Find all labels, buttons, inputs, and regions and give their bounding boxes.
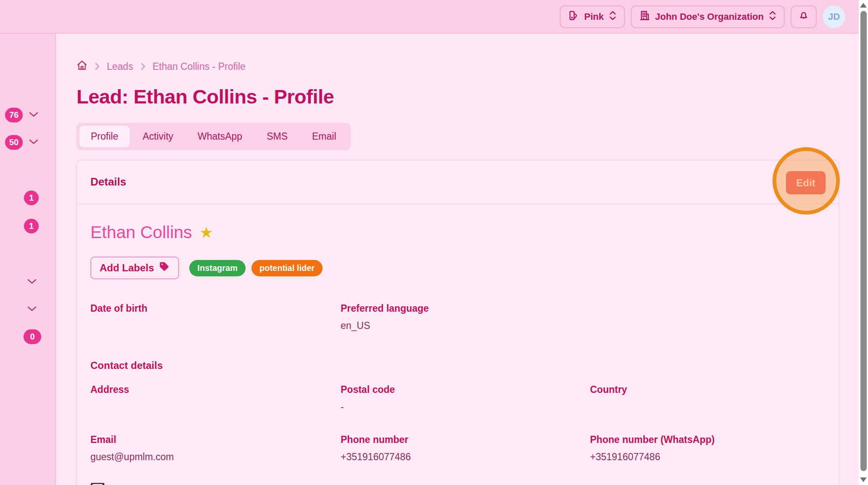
chevron-down-icon (29, 139, 39, 146)
label-badge-instagram[interactable]: Instagram (189, 260, 246, 276)
chevron-down-icon (27, 306, 37, 313)
edit-button[interactable]: Edit (786, 171, 826, 194)
theme-selector[interactable]: Pink (560, 5, 625, 28)
field-email: Email guest@upmlm.com (90, 434, 341, 463)
building-icon (639, 10, 650, 24)
sidebar-item-1[interactable]: 76 (5, 108, 39, 122)
sidebar-item-6[interactable] (27, 306, 37, 313)
count-badge: 50 (5, 135, 23, 150)
details-card: Details Edit Ethan Collins ★ Add Labels (77, 160, 839, 485)
scroll-down-arrow-icon[interactable] (860, 477, 867, 482)
field-phone-number: Phone number +351916077486 (341, 434, 590, 463)
tab-profile[interactable]: Profile (79, 126, 130, 147)
sidebar-item-4[interactable]: 1 (24, 219, 39, 233)
user-avatar[interactable]: JD (823, 5, 845, 28)
main-content: Leads Ethan Collins - Profile Lead: Etha… (56, 34, 859, 485)
avatar-initials: JD (828, 11, 840, 22)
count-badge: 1 (24, 191, 39, 205)
field-address: Address (90, 384, 341, 413)
count-badge: 76 (5, 108, 23, 122)
topbar: Pink John Doe's Organization (0, 0, 859, 34)
field-row-email-phones: Email guest@upmlm.com Phone number +3519… (90, 434, 825, 463)
send-email-icon-row (90, 482, 825, 485)
sidebar-item-5[interactable] (27, 278, 37, 286)
lead-name: Ethan Collins ★ (90, 223, 825, 242)
palette-icon (568, 10, 579, 24)
bell-icon (798, 10, 810, 24)
card-title: Details (90, 175, 126, 188)
tab-whatsapp[interactable]: WhatsApp (186, 126, 254, 147)
chevron-down-icon (29, 111, 39, 119)
details-card-header: Details (77, 160, 839, 204)
sidebar-item-7[interactable]: 0 (24, 329, 41, 344)
breadcrumb: Leads Ethan Collins - Profile (77, 34, 839, 73)
page-title: Lead: Ethan Collins - Profile (77, 85, 839, 108)
label-badge-potential-lider[interactable]: potential lider (251, 260, 323, 276)
breadcrumb-leads[interactable]: Leads (107, 61, 133, 72)
theme-label: Pink (584, 11, 603, 22)
sidebar: 76 50 1 1 0 (0, 34, 56, 485)
chevron-right-icon (140, 62, 146, 71)
field-postal-code: Postal code - (341, 384, 590, 413)
chevron-down-icon (27, 278, 37, 286)
updown-chevron-icon (609, 10, 617, 24)
field-country: Country (590, 384, 825, 413)
scrollbar-thumb[interactable] (860, 11, 867, 471)
tab-sms[interactable]: SMS (255, 126, 299, 147)
organization-label: John Doe's Organization (655, 11, 764, 22)
breadcrumb-current[interactable]: Ethan Collins - Profile (153, 61, 246, 72)
home-icon[interactable] (77, 60, 87, 73)
field-phone-whatsapp: Phone number (WhatsApp) +351916077486 (590, 434, 825, 463)
sidebar-item-3[interactable]: 1 (24, 191, 39, 205)
field-row-address: Address Postal code - Country (90, 384, 825, 413)
contact-details-heading: Contact details (90, 360, 825, 371)
organization-selector[interactable]: John Doe's Organization (631, 5, 785, 28)
add-labels-button[interactable]: Add Labels (90, 257, 179, 279)
tab-activity[interactable]: Activity (131, 126, 185, 147)
count-badge: 0 (24, 329, 41, 344)
tab-email[interactable]: Email (301, 126, 348, 147)
notifications-button[interactable] (791, 5, 817, 28)
field-preferred-language: Preferred language en_US (341, 303, 590, 332)
email-value[interactable]: guest@upmlm.com (90, 451, 341, 463)
tag-icon (159, 261, 170, 275)
vertical-scrollbar[interactable] (859, 0, 868, 485)
details-card-body: Ethan Collins ★ Add Labels Instagram pot… (77, 204, 839, 485)
sidebar-item-2[interactable]: 50 (5, 135, 39, 150)
chevron-right-icon (94, 62, 100, 71)
field-row-birth-language: Date of birth Preferred language en_US (90, 303, 825, 332)
field-date-of-birth: Date of birth (90, 303, 341, 332)
labels-row: Add Labels Instagram potential lider (90, 257, 825, 279)
tab-bar: Profile Activity WhatsApp SMS Email (77, 123, 351, 150)
scroll-up-arrow-icon[interactable] (860, 3, 867, 8)
updown-chevron-icon (769, 10, 776, 24)
star-icon[interactable]: ★ (200, 225, 213, 240)
count-badge: 1 (24, 219, 39, 233)
